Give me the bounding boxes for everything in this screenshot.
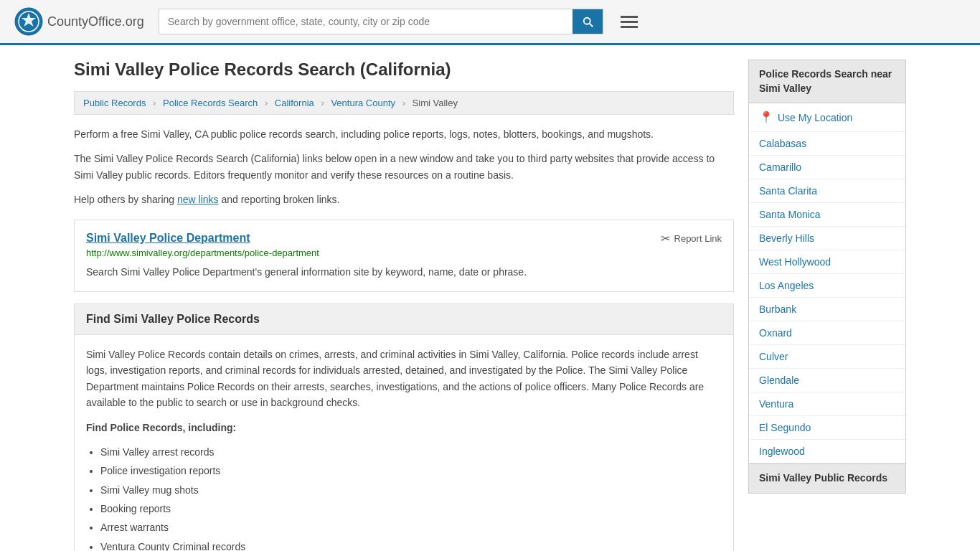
breadcrumb-link-public-records[interactable]: Public Records (83, 98, 146, 108)
breadcrumb-link-ventura-county[interactable]: Ventura County (331, 98, 395, 108)
sidebar-city-link[interactable]: Ventura (759, 398, 793, 410)
description-3: Help others by sharing new links and rep… (74, 192, 734, 207)
sidebar-city-link[interactable]: El Segundo (759, 422, 811, 433)
page-title: Simi Valley Police Records Search (Calif… (74, 60, 734, 80)
list-item: Arrest warrants (100, 519, 722, 535)
sidebar-city-item: Ventura (749, 392, 905, 416)
sidebar-city-link[interactable]: Burbank (759, 303, 796, 315)
sidebar-city-item: Culver (749, 345, 905, 369)
sidebar-city-link[interactable]: Beverly Hills (759, 232, 814, 244)
logo[interactable]: CountyOffice.org (14, 7, 144, 36)
list-item: Booking reports (100, 501, 722, 517)
sidebar-city-item: El Segundo (749, 416, 905, 440)
sidebar-header: Police Records Search near Simi Valley (748, 60, 906, 103)
search-button[interactable] (573, 9, 603, 34)
report-link-icon: ✂ (661, 232, 670, 245)
link-description: Search Simi Valley Police Department's g… (86, 264, 722, 280)
sidebar-city-link[interactable]: Calabasas (759, 138, 806, 149)
find-records-body: Simi Valley Police Records contain detai… (74, 335, 734, 551)
menu-button[interactable] (618, 13, 641, 31)
breadcrumb-link-california[interactable]: California (275, 98, 314, 108)
content-area: Simi Valley Police Records Search (Calif… (74, 60, 734, 551)
list-item: Ventura County Criminal records (100, 539, 722, 551)
sidebar-city-link[interactable]: Oxnard (759, 327, 792, 339)
sidebar-city-link[interactable]: Inglewood (759, 446, 805, 457)
sidebar-city-item: West Hollywood (749, 250, 905, 274)
breadcrumb-separator: › (153, 98, 156, 108)
sidebar-city-item: Burbank (749, 298, 905, 321)
logo-text: CountyOffice.org (47, 14, 144, 29)
sidebar-city-link[interactable]: Culver (759, 351, 788, 362)
sidebar-city-item: Santa Clarita (749, 179, 905, 203)
sidebar-bottom-header: Simi Valley Public Records (748, 464, 906, 494)
breadcrumb-separator: › (265, 98, 268, 108)
including-title: Find Police Records, including: (86, 420, 722, 435)
breadcrumb-separator: › (402, 98, 405, 108)
sidebar-city-item: Los Angeles (749, 274, 905, 298)
list-item: Police investigation reports (100, 463, 722, 479)
sidebar: Police Records Search near Simi Valley 📍… (748, 60, 906, 551)
breadcrumb-separator: › (321, 98, 324, 108)
use-location-item: 📍 Use My Location (749, 103, 905, 132)
sidebar-city-item: Inglewood (749, 440, 905, 463)
sidebar-city-link[interactable]: Santa Monica (759, 209, 821, 220)
sidebar-city-item: Santa Monica (749, 203, 905, 227)
use-my-location-link[interactable]: Use My Location (778, 112, 852, 123)
find-records-title: Find Simi Valley Police Records (86, 313, 260, 325)
breadcrumb: Public Records › Police Records Search ›… (74, 91, 734, 115)
sidebar-city-item: Glendale (749, 369, 905, 392)
list-item: Simi Valley arrest records (100, 444, 722, 460)
sidebar-city-link[interactable]: Camarillo (759, 161, 801, 173)
sidebar-city-item: Oxnard (749, 321, 905, 345)
link-section: ✂ Report Link Simi Valley Police Departm… (74, 220, 734, 292)
find-records-header: Find Simi Valley Police Records (74, 303, 734, 335)
sidebar-list: 📍 Use My Location CalabasasCamarilloSant… (748, 103, 906, 464)
police-dept-link[interactable]: Simi Valley Police Department (86, 232, 250, 244)
sidebar-city-link[interactable]: Glendale (759, 375, 799, 386)
search-input[interactable] (159, 10, 573, 33)
sidebar-city-item: Beverly Hills (749, 227, 905, 250)
main-container: Simi Valley Police Records Search (Calif… (60, 45, 920, 551)
header: CountyOffice.org (0, 0, 980, 45)
hamburger-icon (621, 26, 638, 28)
records-list: Simi Valley arrest recordsPolice investi… (86, 444, 722, 551)
location-pin-icon: 📍 (759, 110, 773, 124)
sidebar-city-link[interactable]: Los Angeles (759, 280, 814, 291)
sidebar-city-link[interactable]: Santa Clarita (759, 185, 817, 197)
search-bar (159, 9, 603, 34)
logo-icon (14, 7, 43, 36)
breadcrumb-current: Simi Valley (413, 98, 458, 108)
report-link-button[interactable]: ✂ Report Link (661, 232, 722, 245)
breadcrumb-link-police-records-search[interactable]: Police Records Search (163, 98, 258, 108)
find-records-description: Simi Valley Police Records contain detai… (86, 347, 722, 411)
link-url: http://www.simivalley.org/departments/po… (86, 248, 722, 258)
list-item: Simi Valley mug shots (100, 482, 722, 498)
description-1: Perform a free Simi Valley, CA public po… (74, 126, 734, 142)
sidebar-city-link[interactable]: West Hollywood (759, 256, 831, 268)
search-icon (581, 15, 594, 28)
description-2: The Simi Valley Police Records Search (C… (74, 151, 734, 183)
hamburger-icon (621, 16, 638, 18)
sidebar-city-item: Camarillo (749, 156, 905, 179)
sidebar-city-item: Calabasas (749, 132, 905, 156)
hamburger-icon (621, 21, 638, 23)
new-links-link[interactable]: new links (177, 194, 219, 205)
